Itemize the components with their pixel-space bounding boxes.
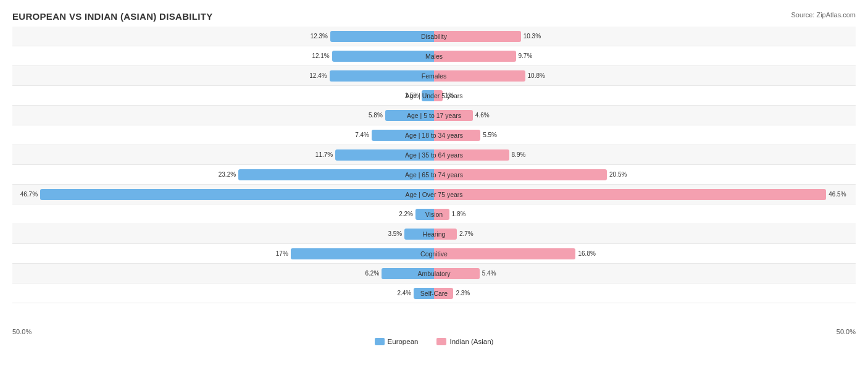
- row-label: Hearing: [423, 230, 446, 238]
- legend-indian: Indian (Asian): [436, 338, 493, 345]
- legend-european: European: [375, 338, 419, 345]
- bar-left: [291, 248, 434, 259]
- val-left: 17%: [276, 250, 288, 257]
- legend-european-box: [375, 338, 385, 345]
- chart-row: Disability12.3%10.3%: [12, 27, 856, 46]
- chart-row: Ambulatory6.2%5.4%: [12, 264, 856, 284]
- axis-right-label: 50.0%: [837, 328, 856, 335]
- val-right: 10.3%: [524, 33, 541, 40]
- bar-left: [40, 189, 434, 200]
- row-label: Cognitive: [420, 250, 448, 258]
- source-label: Source: ZipAtlas.com: [791, 11, 856, 19]
- bar-right: [434, 248, 575, 259]
- bar-left: [330, 70, 434, 82]
- chart-row: Males12.1%9.7%: [12, 46, 856, 66]
- val-right: 16.8%: [578, 250, 595, 257]
- axis-left-label: 50.0%: [12, 328, 31, 335]
- chart-title: EUROPEAN VS INDIAN (ASIAN) DISABILITY: [12, 11, 856, 22]
- chart-row: Age | 35 to 64 years11.7%8.9%: [12, 145, 856, 165]
- val-left: 3.5%: [388, 230, 402, 237]
- legend-indian-box: [436, 338, 446, 345]
- row-label: Age | 18 to 34 years: [405, 132, 463, 139]
- val-left: 1.5%: [405, 92, 419, 99]
- val-right: 9.7%: [519, 52, 533, 59]
- legend-european-label: European: [388, 338, 419, 345]
- row-label: Ambulatory: [417, 270, 450, 277]
- val-left: 11.7%: [315, 151, 333, 158]
- row-label: Disability: [421, 33, 447, 40]
- val-left: 5.8%: [369, 112, 383, 119]
- val-right: 1.8%: [452, 211, 466, 217]
- chart-row: Age | 18 to 34 years7.4%5.5%: [12, 125, 856, 145]
- bar-right: [434, 70, 525, 82]
- legend-indian-label: Indian (Asian): [449, 338, 493, 345]
- val-left: 6.2%: [365, 270, 380, 277]
- chart-area: Disability12.3%10.3%Males12.1%9.7%Female…: [12, 27, 856, 326]
- val-right: 5.5%: [483, 132, 497, 138]
- row-label: Age | Over 75 years: [405, 191, 462, 198]
- chart-row: Self-Care2.4%2.3%: [12, 284, 856, 303]
- chart-row: Age | Under 5 years1.5%1%: [12, 86, 856, 106]
- row-label: Self-Care: [420, 290, 448, 297]
- val-right: 8.9%: [512, 151, 526, 158]
- val-left: 12.1%: [312, 52, 329, 59]
- val-right: 20.5%: [609, 171, 627, 178]
- row-label: Males: [425, 52, 443, 60]
- row-label: Age | 65 to 74 years: [405, 171, 463, 178]
- chart-row: Cognitive17%16.8%: [12, 244, 856, 264]
- bar-left: [332, 51, 434, 62]
- chart-row: Hearing3.5%2.7%: [12, 224, 856, 244]
- val-left: 23.2%: [219, 171, 236, 178]
- row-label: Age | 5 to 17 years: [407, 112, 461, 119]
- chart-row: Females12.4%10.8%: [12, 66, 856, 86]
- val-right: 10.8%: [528, 72, 545, 79]
- val-left: 2.2%: [399, 211, 413, 217]
- val-left: 46.7%: [20, 191, 38, 198]
- val-left: 12.4%: [309, 72, 327, 79]
- val-right: 2.7%: [459, 230, 474, 237]
- val-right: 5.4%: [482, 270, 496, 277]
- axis-bottom: 50.0% 50.0%: [12, 328, 856, 335]
- chart-row: Age | 65 to 74 years23.2%20.5%: [12, 165, 856, 185]
- bar-right: [434, 189, 826, 200]
- bar-left: [330, 31, 434, 42]
- val-right: 46.5%: [828, 191, 846, 198]
- chart-row: Age | Over 75 years46.7%46.5%: [12, 185, 856, 204]
- val-right: 1%: [445, 92, 454, 99]
- val-right: 4.6%: [475, 112, 490, 119]
- bar-right: [434, 31, 521, 42]
- row-label: Vision: [425, 211, 443, 218]
- val-right: 2.3%: [456, 290, 470, 296]
- val-left: 7.4%: [355, 132, 369, 138]
- row-label: Females: [422, 72, 446, 80]
- legend: European Indian (Asian): [12, 338, 856, 345]
- chart-row: Age | 5 to 17 years5.8%4.6%: [12, 106, 856, 125]
- val-left: 12.3%: [311, 33, 328, 40]
- val-left: 2.4%: [397, 290, 411, 296]
- row-label: Age | 35 to 64 years: [405, 151, 463, 159]
- bar-right: [434, 51, 516, 62]
- chart-row: Vision2.2%1.8%: [12, 204, 856, 224]
- chart-container: EUROPEAN VS INDIAN (ASIAN) DISABILITY So…: [0, 0, 868, 378]
